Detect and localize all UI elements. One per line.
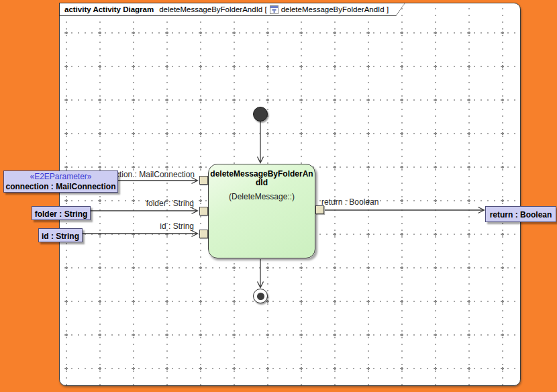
parameter-name: id : String bbox=[42, 232, 79, 241]
control-flow-initial[interactable] bbox=[258, 121, 264, 163]
diagram-kind-label: activity Activity Diagram bbox=[64, 5, 154, 13]
diagram-name-label: deleteMessageByFolderAndId [ bbox=[159, 5, 266, 13]
parameter-name: connection : MailConnection bbox=[4, 182, 117, 192]
input-pin-connection[interactable] bbox=[199, 176, 208, 185]
parameter-node-return[interactable]: return : Boolean bbox=[485, 206, 556, 222]
input-pin-id[interactable] bbox=[199, 230, 208, 238]
output-pin-return[interactable] bbox=[315, 205, 324, 214]
parameter-node-connection[interactable]: «E2EParameter» connection : MailConnecti… bbox=[3, 170, 118, 193]
stereotype-label: «E2EParameter» bbox=[4, 172, 117, 182]
input-pin-folder[interactable] bbox=[199, 207, 208, 215]
activity-name-line2: dId bbox=[209, 179, 315, 187]
parameter-name: folder : String bbox=[35, 209, 88, 219]
parameter-node-id[interactable]: id : String bbox=[38, 228, 83, 242]
object-flow-return[interactable] bbox=[325, 207, 485, 213]
object-flow-folder[interactable] bbox=[91, 208, 198, 214]
edge-label-folder[interactable]: folder : String bbox=[146, 199, 194, 207]
activity-behavior-label: (DeleteMessage::) bbox=[209, 192, 315, 201]
activity-final-node[interactable] bbox=[253, 289, 268, 303]
initial-node[interactable] bbox=[253, 107, 268, 121]
object-flow-id[interactable] bbox=[83, 231, 198, 237]
edge-label-id[interactable]: id : String bbox=[160, 222, 194, 230]
parameter-name: return : Boolean bbox=[490, 210, 552, 219]
diagram-frame-heading[interactable]: activity Activity Diagram deleteMessageB… bbox=[59, 3, 405, 16]
activity-node[interactable]: deleteMessageByFolderAn dId (DeleteMessa… bbox=[208, 164, 315, 258]
diagram-window: activity Activity Diagram deleteMessageB… bbox=[0, 0, 557, 392]
final-node-dot bbox=[257, 293, 264, 300]
activity-diagram-icon bbox=[270, 5, 278, 14]
control-flow-final[interactable] bbox=[258, 259, 264, 288]
edge-label-return[interactable]: return : Boolean bbox=[321, 198, 378, 206]
parameter-node-folder[interactable]: folder : String bbox=[32, 206, 91, 220]
diagram-context-label: deleteMessageByFolderAndId ] bbox=[281, 5, 389, 13]
